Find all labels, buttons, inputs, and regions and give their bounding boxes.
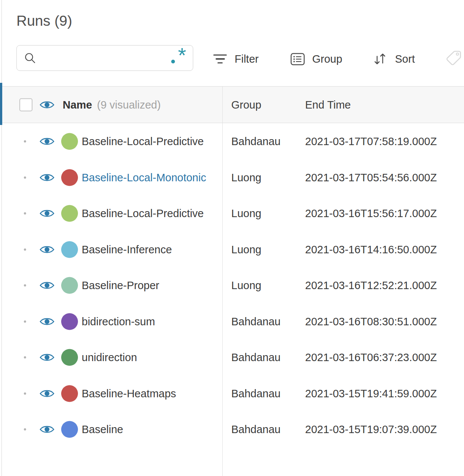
drag-handle-dot[interactable] [24,140,26,143]
filter-icon [213,54,227,64]
drag-handle-dot[interactable] [24,176,26,179]
run-color-dot [61,277,78,294]
table-row[interactable]: Baseline-Local-Predictive Luong 2021-03-… [0,195,464,232]
table-row[interactable]: Baseline-Inference Luong 2021-03-16T14:1… [0,232,464,268]
table-row[interactable]: Baseline-Heatmaps Bahdanau 2021-03-15T19… [0,376,464,412]
run-group-cell: Luong [231,279,261,292]
run-endtime-cell: 2021-03-16T12:52:21.000Z [305,279,437,292]
runs-table-body: Baseline-Local-Predictive Bahdanau 2021-… [0,123,464,448]
run-endtime-cell: 2021-03-15T19:07:39.000Z [305,423,437,436]
table-row[interactable]: Baseline Bahdanau 2021-03-15T19:07:39.00… [0,411,464,448]
run-endtime-cell: 2021-03-16T06:37:23.000Z [305,351,437,364]
run-name-link[interactable]: bidirection-sum [82,315,155,328]
tag-button[interactable] [445,50,462,67]
search-box[interactable]: * [16,45,193,71]
run-color-dot [61,205,78,222]
tag-icon [445,50,462,66]
table-header-row: Name (9 visualized) Group End Time [0,86,464,123]
visibility-all-eye-icon[interactable] [40,100,54,110]
group-column-header[interactable]: Group [231,98,261,111]
run-color-dot [61,313,78,330]
search-icon [24,52,36,64]
endtime-column-header[interactable]: End Time [305,98,351,111]
drag-handle-dot[interactable] [24,356,26,358]
run-name-link[interactable]: Baseline-Heatmaps [82,387,176,400]
run-group-cell: Bahdanau [231,135,280,148]
run-endtime-cell: 2021-03-16T15:56:17.000Z [305,207,437,220]
table-row[interactable]: Baseline-Proper Luong 2021-03-16T12:52:2… [0,267,464,304]
run-color-dot [61,349,78,366]
run-endtime-cell: 2021-03-17T07:58:19.000Z [305,135,437,148]
run-name-link[interactable]: Baseline-Inference [82,243,172,256]
visibility-eye-icon[interactable] [40,209,54,218]
run-endtime-cell: 2021-03-17T05:54:56.000Z [305,171,437,184]
group-label: Group [312,53,342,65]
visibility-eye-icon[interactable] [40,245,54,254]
run-group-cell: Bahdanau [231,351,280,364]
run-group-cell: Luong [231,207,261,220]
search-input[interactable] [41,52,170,64]
run-endtime-cell: 2021-03-16T14:16:50.000Z [305,243,437,256]
group-list-icon [291,53,305,65]
drag-handle-dot[interactable] [24,248,26,251]
drag-handle-dot[interactable] [24,212,26,214]
run-group-cell: Luong [231,171,261,184]
page-title: Runs (9) [16,13,72,29]
runs-panel: Runs (9) * Filter Group [0,0,464,476]
sort-label: Sort [395,53,415,65]
drag-handle-dot[interactable] [24,320,26,323]
visibility-eye-icon[interactable] [40,353,54,362]
name-column-label: Name [63,98,92,111]
header-accent-bar [0,83,2,125]
name-column-header[interactable]: Name (9 visualized) [63,98,161,111]
drag-handle-dot[interactable] [24,392,26,395]
run-name-link[interactable]: unidirection [82,351,137,364]
drag-handle-dot[interactable] [24,284,26,286]
run-name-link[interactable]: Baseline [82,423,123,436]
table-row[interactable]: unidirection Bahdanau 2021-03-16T06:37:2… [0,339,464,376]
visibility-eye-icon[interactable] [40,173,54,182]
run-group-cell: Bahdanau [231,423,280,436]
run-endtime-cell: 2021-03-16T08:30:51.000Z [305,315,437,328]
filter-label: Filter [235,53,258,65]
select-all-checkbox[interactable] [19,98,32,111]
run-endtime-cell: 2021-03-15T19:41:59.000Z [305,387,437,400]
run-color-dot [61,241,78,258]
run-group-cell: Bahdanau [231,387,280,400]
visibility-eye-icon[interactable] [40,317,54,326]
visibility-eye-icon[interactable] [40,137,54,146]
run-name-link[interactable]: Baseline-Local-Predictive [82,207,204,220]
sort-button[interactable]: Sort [373,48,415,70]
run-name-link[interactable]: Baseline-Proper [82,279,159,292]
group-button[interactable]: Group [291,48,342,70]
visibility-eye-icon[interactable] [40,425,54,434]
visibility-eye-icon[interactable] [40,281,54,290]
run-color-dot [61,421,78,438]
sort-arrows-icon [373,52,388,66]
table-row[interactable]: Baseline-Local-Monotonic Luong 2021-03-1… [0,160,464,196]
filter-button[interactable]: Filter [213,48,258,70]
run-group-cell: Luong [231,243,261,256]
run-group-cell: Bahdanau [231,315,280,328]
run-name-link[interactable]: Baseline-Local-Predictive [82,135,204,148]
run-color-dot [61,169,78,186]
run-color-dot [61,385,78,402]
visualized-count-label: (9 visualized) [97,98,161,111]
run-color-dot [61,133,78,150]
visibility-eye-icon[interactable] [40,389,54,398]
drag-handle-dot[interactable] [24,428,26,430]
table-row[interactable]: Baseline-Local-Predictive Bahdanau 2021-… [0,123,464,160]
run-name-link[interactable]: Baseline-Local-Monotonic [82,171,206,184]
table-row[interactable]: bidirection-sum Bahdanau 2021-03-16T08:3… [0,304,464,340]
regex-toggle-icon[interactable]: * [170,49,186,67]
column-divider[interactable] [222,86,223,476]
